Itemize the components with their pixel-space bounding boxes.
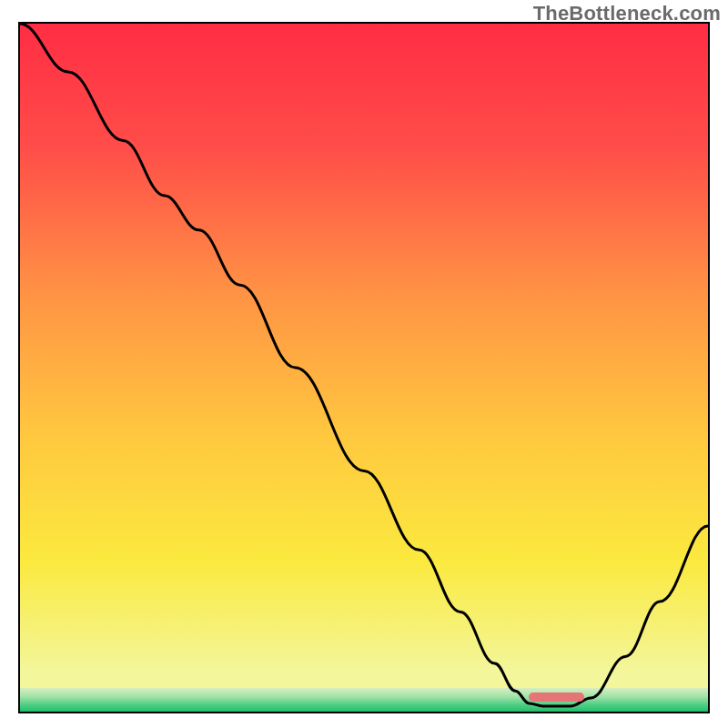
watermark-text: TheBottleneck.com	[533, 2, 721, 25]
bottleneck-curve	[20, 24, 708, 712]
curve-path	[20, 24, 708, 706]
optimal-range-marker	[529, 693, 583, 702]
plot-area	[18, 22, 710, 713]
chart-frame: TheBottleneck.com	[0, 0, 728, 728]
